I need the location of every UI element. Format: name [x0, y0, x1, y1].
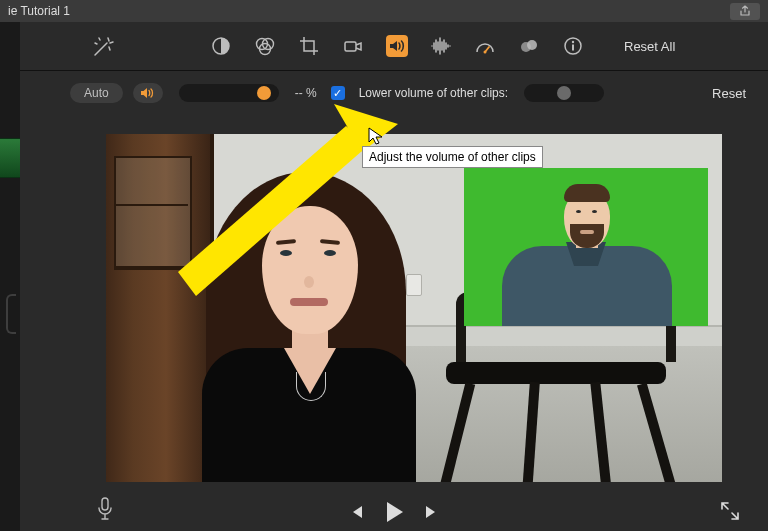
- magic-wand-icon[interactable]: [90, 34, 116, 60]
- overlay-icon: [518, 36, 540, 56]
- volume-icon: [387, 36, 407, 56]
- contrast-tab[interactable]: [210, 35, 232, 57]
- volume-knob[interactable]: [257, 86, 271, 100]
- svg-rect-10: [572, 45, 574, 51]
- svg-point-9: [572, 41, 574, 43]
- camera-icon: [343, 36, 363, 56]
- tooltip: Adjust the volume of other clips: [362, 146, 543, 168]
- contrast-icon: [211, 36, 231, 56]
- color-tab[interactable]: [254, 35, 276, 57]
- rail-handle[interactable]: [6, 294, 16, 334]
- volume-tab[interactable]: [386, 35, 408, 57]
- video-frame: [106, 134, 722, 482]
- next-button[interactable]: [424, 504, 440, 520]
- speed-icon: [474, 36, 496, 56]
- share-button[interactable]: [730, 3, 760, 20]
- lower-volume-checkbox[interactable]: ✓: [331, 86, 345, 100]
- reset-all-button[interactable]: Reset All: [624, 39, 675, 54]
- transport-bar: [20, 487, 768, 531]
- noise-tab[interactable]: [430, 35, 452, 57]
- svg-rect-13: [102, 498, 108, 510]
- previous-button[interactable]: [348, 504, 364, 520]
- speed-tab[interactable]: [474, 35, 496, 57]
- palette-icon: [254, 35, 276, 57]
- share-icon: [739, 5, 751, 17]
- lower-volume-label: Lower volume of other clips:: [359, 86, 508, 100]
- svg-rect-4: [345, 42, 356, 51]
- ducking-slider[interactable]: [524, 84, 604, 102]
- volume-slider[interactable]: [179, 84, 279, 102]
- title-bar: ie Tutorial 1: [0, 0, 768, 23]
- pip-overlay[interactable]: [464, 168, 708, 326]
- stabilize-tab[interactable]: [342, 35, 364, 57]
- overlay-tab[interactable]: [518, 35, 540, 57]
- speaker-icon: [140, 86, 156, 100]
- crop-tab[interactable]: [298, 35, 320, 57]
- inspector-toolbar: Reset All: [20, 22, 768, 71]
- ducking-knob[interactable]: [557, 86, 571, 100]
- info-icon: [563, 36, 583, 56]
- play-button[interactable]: [384, 501, 404, 523]
- crop-icon: [299, 36, 319, 56]
- info-tab[interactable]: [562, 35, 584, 57]
- auto-label: Auto: [84, 86, 109, 100]
- svg-point-7: [527, 40, 537, 50]
- timeline-thumb[interactable]: [0, 138, 21, 178]
- tooltip-text: Adjust the volume of other clips: [369, 150, 536, 164]
- volume-percent: -- %: [295, 86, 317, 100]
- mute-button[interactable]: [133, 83, 163, 103]
- left-rail: [0, 22, 21, 531]
- preview-viewer[interactable]: [106, 134, 722, 482]
- reset-button[interactable]: Reset: [712, 86, 746, 101]
- inspector-tabs: [210, 35, 584, 57]
- auto-button[interactable]: Auto: [70, 83, 123, 103]
- equalizer-icon: [430, 36, 452, 56]
- audio-controls: Auto -- % ✓ Lower volume of other clips:…: [20, 71, 768, 115]
- expand-button[interactable]: [720, 501, 740, 521]
- window-title: ie Tutorial 1: [8, 4, 70, 18]
- microphone-icon[interactable]: [96, 497, 114, 521]
